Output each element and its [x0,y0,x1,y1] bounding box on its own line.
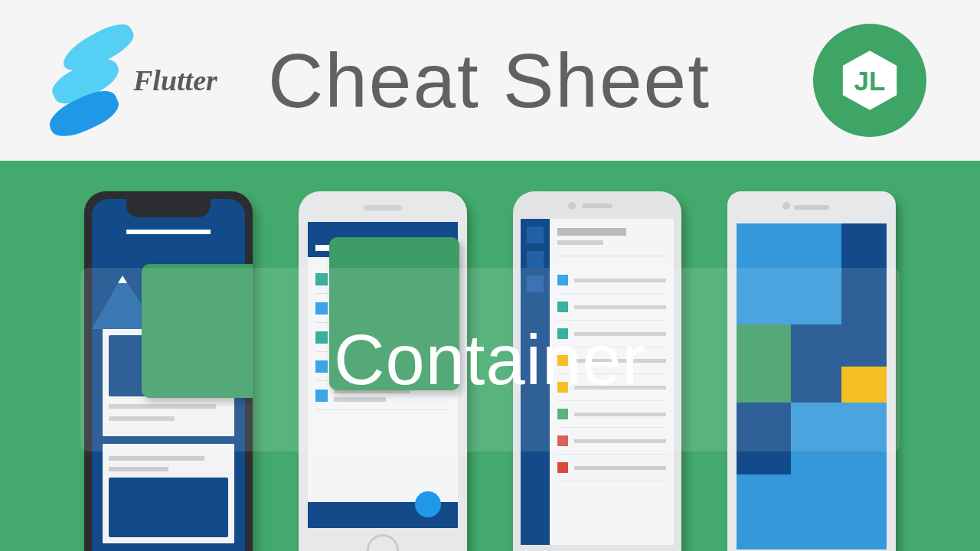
earpiece-icon [582,204,612,208]
page-title: Cheat Sheet [268,37,790,125]
camera-icon [568,202,576,210]
floating-container-icon [142,264,253,398]
slider [308,502,458,528]
list-item [557,401,666,428]
list-item [557,321,666,347]
svg-marker-2 [118,276,127,283]
phone-mockup-1 [84,191,253,551]
list-item [557,455,666,481]
floating-container-icon [329,237,459,390]
flutter-brush-icon [46,23,138,138]
phone-mockup-4 [727,191,896,551]
list-item [557,294,666,321]
header: Flutter Cheat Sheet JL [0,0,980,161]
earpiece-icon [794,205,829,210]
hexagon-icon: JL [836,47,903,114]
earpiece-icon [364,205,402,210]
list-item [557,374,666,401]
grid-mosaic [737,223,887,549]
badge-initials: JL [854,66,885,96]
header-block [557,228,666,245]
slider-thumb-icon [415,491,441,517]
flutter-logo: Flutter [46,23,245,138]
list-item [557,347,666,374]
nav-rail [521,219,550,545]
camera-icon [782,202,790,210]
list-card [103,444,234,543]
home-button-icon [367,534,399,551]
list-item [557,267,666,294]
main-hero: Container [0,161,980,551]
phone-mockup-3 [513,191,681,551]
phone-mockup-2 [299,191,467,551]
list-item [557,428,666,455]
author-badge: JL [813,24,926,137]
phone-notch-icon [126,199,211,217]
flutter-logo-text: Flutter [133,64,217,97]
